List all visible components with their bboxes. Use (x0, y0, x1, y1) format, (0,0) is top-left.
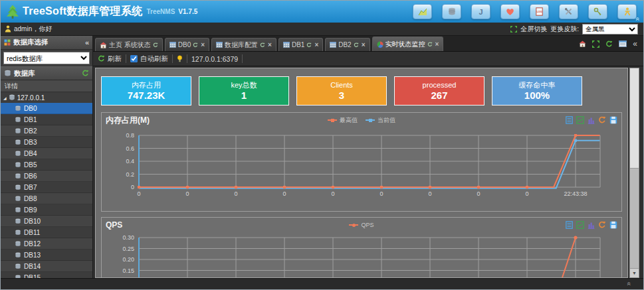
tab-strip: 主页 系统状态DB0×数据库配置×DB1×DB2×实时状态监控× (95, 36, 445, 51)
main-area: 主页 系统状态DB0×数据库配置×DB1×DB2×实时状态监控× « 刷新 自动… (93, 36, 643, 278)
grid-icon (330, 42, 336, 48)
legend-item[interactable]: QPS (349, 222, 374, 228)
svg-text:0.2: 0.2 (126, 171, 134, 178)
tree-node-db5[interactable]: DB5 (1, 159, 92, 171)
fullscreen-icon[interactable] (510, 26, 517, 33)
detail-column-header: 详情 (1, 80, 92, 92)
database-icon (4, 70, 11, 77)
header-icon-group: JLOG (403, 4, 637, 19)
area-chart-icon[interactable] (413, 4, 432, 19)
tab-db-config[interactable]: 数据库配置× (211, 38, 276, 51)
tab-refresh-icon[interactable] (354, 42, 359, 48)
tab-bar: 主页 系统状态DB0×数据库配置×DB1×DB2×实时状态监控× « (93, 36, 643, 52)
tab-refresh-icon[interactable] (153, 42, 158, 48)
tab-close-icon[interactable]: × (314, 41, 318, 48)
tree-node-server[interactable]: ◢ 127.0.0.1 (1, 92, 92, 103)
db-node-icon (15, 207, 21, 213)
sidebar-refresh-icon[interactable] (82, 70, 89, 77)
footer-collapse-icon[interactable]: « (626, 282, 633, 286)
tab-refresh-icon[interactable] (427, 42, 433, 47)
home-icon[interactable] (579, 40, 586, 47)
tab-realtime-monitor[interactable]: 实时状态监控× (372, 36, 444, 51)
tree-node-db11[interactable]: DB11 (1, 227, 92, 238)
tree-node-db2[interactable]: DB2 (1, 125, 92, 137)
chart-panel-header: 内存占用(M)最高值当前值 (102, 113, 621, 127)
tab-refresh-icon[interactable] (260, 42, 265, 48)
tab-close-icon[interactable]: × (268, 41, 272, 48)
grid-icon (169, 42, 176, 48)
tree-expander-icon[interactable]: ◢ (3, 96, 7, 100)
line-chart-icon[interactable] (576, 221, 584, 229)
auto-refresh-checkbox[interactable] (130, 55, 138, 62)
key-icon[interactable] (588, 4, 607, 19)
heart-icon[interactable] (500, 4, 520, 19)
refresh-icon[interactable] (598, 116, 606, 124)
tab-list-icon[interactable] (619, 40, 627, 47)
database-icon[interactable] (442, 4, 461, 19)
user-bar: admin，你好 全屏切换 更换皮肤: 金属黑 (1, 23, 643, 36)
tree-node-label: DB2 (24, 127, 37, 135)
scrollbar-thumb[interactable] (630, 68, 639, 169)
tab-close-icon[interactable]: × (201, 41, 205, 48)
jdbc-icon[interactable]: J (471, 4, 490, 19)
fullscreen-icon[interactable] (592, 40, 599, 48)
tab-db0[interactable]: DB0× (165, 38, 209, 51)
refresh-button[interactable]: 刷新 (98, 54, 122, 64)
scrollbar-track[interactable] (630, 169, 639, 268)
tree-node-db12[interactable]: DB12 (1, 238, 92, 250)
db-type-select[interactable]: redis数据库 (3, 52, 90, 64)
save-icon[interactable] (609, 221, 617, 229)
home-icon (100, 42, 107, 48)
save-icon[interactable] (609, 116, 617, 124)
tabbar-collapse-icon[interactable]: « (633, 39, 637, 48)
bar-chart-icon[interactable] (588, 116, 595, 124)
tab-refresh-icon[interactable] (193, 42, 198, 48)
legend-item[interactable]: 最高值 (328, 116, 358, 125)
tree-node-db4[interactable]: DB4 (1, 148, 92, 159)
tree-node-label: DB3 (24, 139, 37, 146)
line-chart-icon[interactable] (576, 116, 584, 124)
body: 数据库选择 « redis数据库 数据库 (1, 36, 643, 278)
tools-icon[interactable] (559, 4, 578, 19)
data-view-icon[interactable] (566, 221, 573, 229)
db-node-icon (15, 139, 21, 145)
scrollbar-down-button[interactable]: ▼ (630, 268, 639, 277)
app-header: TreeSoft数据库管理系统 TreeNMS V1.7.5 JLOG « (1, 1, 643, 23)
skin-select[interactable]: 金属黑 (582, 24, 638, 35)
tab-close-icon[interactable]: × (362, 41, 366, 48)
tab-home[interactable]: 主页 系统状态 (95, 38, 163, 51)
header-collapse-icon[interactable]: « (635, 17, 642, 21)
chart-panel-memory: 内存占用(M)最高值当前值0.80.60.40.2000000000022:43… (101, 112, 622, 212)
stat-card-label: 内存占用 (132, 80, 161, 90)
refresh-icon[interactable] (605, 40, 613, 48)
legend-item[interactable]: 当前值 (366, 116, 395, 125)
tree-node-db8[interactable]: DB8 (1, 193, 92, 204)
tab-close-icon[interactable]: × (435, 40, 439, 48)
tree-node-db13[interactable]: DB13 (1, 250, 92, 261)
sidebar-collapse-icon[interactable]: « (85, 38, 89, 46)
tree-node-db3[interactable]: DB3 (1, 137, 92, 148)
bar-chart-icon[interactable] (588, 221, 595, 229)
tree-node-db15[interactable]: DB15 (1, 272, 92, 278)
tree-node-db1[interactable]: DB1 (1, 114, 92, 125)
refresh-icon[interactable] (598, 221, 606, 229)
database-select-icon (4, 39, 11, 46)
tree-node-db14[interactable]: DB14 (1, 261, 92, 272)
tree-node-db10[interactable]: DB10 (1, 216, 92, 227)
tree-node-db6[interactable]: DB6 (1, 171, 92, 182)
fullscreen-toggle-label[interactable]: 全屏切换 (520, 25, 547, 34)
tab-db1[interactable]: DB1× (278, 38, 323, 51)
legend-symbol (349, 224, 358, 226)
tab-refresh-icon[interactable] (306, 42, 312, 48)
tree-node-label: DB4 (24, 150, 37, 157)
tab-db2[interactable]: DB2× (325, 38, 370, 51)
auto-refresh-toggle[interactable]: 自动刷新 (130, 54, 168, 64)
tree-node-db7[interactable]: DB7 (1, 182, 92, 193)
chart-qps-svg: 0.300.250.200.150.10 (102, 232, 625, 278)
log-icon[interactable]: LOG (530, 4, 549, 19)
tree-node-db0[interactable]: DB0 (1, 103, 92, 114)
bulb-icon[interactable] (177, 55, 183, 63)
vertical-scrollbar[interactable]: ▼ (629, 68, 639, 278)
tree-node-db9[interactable]: DB9 (1, 204, 92, 216)
data-view-icon[interactable] (566, 116, 573, 124)
